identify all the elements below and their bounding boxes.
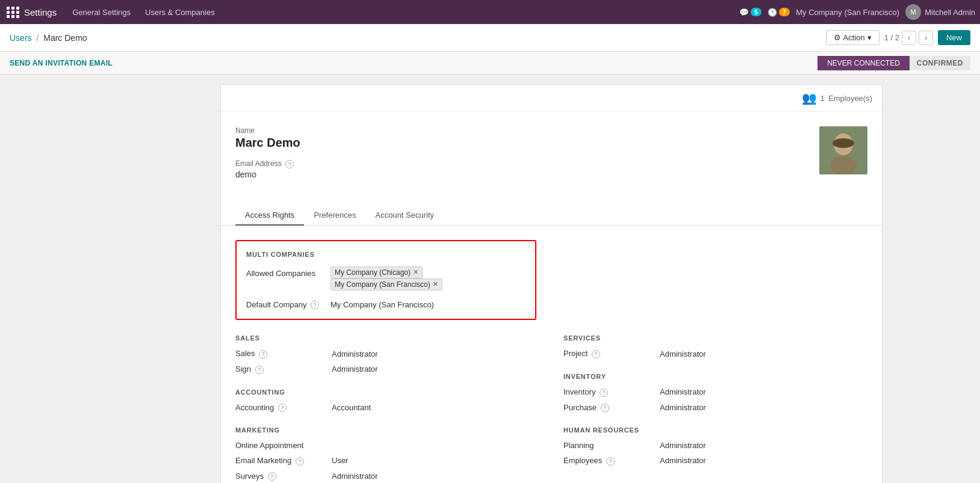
online-appointment-field: Online Appointment — [235, 441, 539, 450]
employees-value: Administrator — [660, 456, 706, 465]
purchase-field: Purchase ? Administrator — [563, 403, 867, 413]
send-invitation-email-button[interactable]: SEND AN INVITATION EMAIL — [10, 59, 113, 67]
sales-label: Sales ? — [235, 349, 332, 358]
accounting-label: Accounting ? — [235, 403, 332, 413]
tab-access-rights[interactable]: Access Rights — [235, 206, 304, 226]
services-title: SERVICES — [563, 334, 867, 342]
surveys-value: Administrator — [332, 472, 378, 481]
surveys-help-icon[interactable]: ? — [268, 472, 276, 481]
nav-users-companies[interactable]: Users & Companies — [139, 5, 221, 19]
form-body: Name Marc Demo Email Address ? demo — [221, 112, 882, 201]
remove-chicago-icon[interactable]: ✕ — [413, 268, 418, 276]
surveys-field: Surveys ? Administrator — [235, 472, 539, 481]
sign-value: Administrator — [332, 365, 378, 374]
email-help-icon[interactable]: ? — [285, 160, 294, 168]
employees-help-icon[interactable]: ? — [606, 457, 615, 466]
allowed-companies-row: Allowed Companies My Company (Chicago) ✕… — [246, 266, 526, 291]
email-marketing-help-icon[interactable]: ? — [296, 457, 304, 466]
never-connected-button[interactable]: NEVER CONNECTED — [817, 56, 910, 70]
new-button[interactable]: New — [938, 30, 970, 45]
app-title: Settings — [24, 7, 57, 17]
apps-menu-icon[interactable] — [5, 4, 22, 20]
sales-title: SALES — [235, 334, 539, 342]
access-rights-columns: SALES Sales ? Administrator Sign — [235, 334, 867, 483]
inventory-section: INVENTORY Inventory ? Administrator — [563, 373, 867, 412]
next-record-button[interactable]: › — [919, 31, 933, 45]
breadcrumb-actions: ⚙ Action ▾ 1 / 2 ‹ › New — [826, 30, 970, 45]
hr-section: HUMAN RESOURCES Planning Administrator E… — [563, 426, 867, 466]
chat-icon: 💬 — [739, 8, 749, 17]
default-company-row: Default Company ? My Company (San Franci… — [246, 298, 526, 310]
employees-label: Employees ? — [563, 456, 660, 466]
clock-icon: 🕐 — [768, 8, 777, 17]
hr-title: HUMAN RESOURCES — [563, 426, 867, 434]
company-tag-sf[interactable]: My Company (San Francisco) ✕ — [330, 278, 442, 291]
project-value: Administrator — [660, 349, 706, 358]
remove-sf-icon[interactable]: ✕ — [433, 280, 438, 288]
project-label: Project ? — [563, 349, 660, 358]
accounting-help-icon[interactable]: ? — [278, 404, 287, 412]
default-company-help-icon[interactable]: ? — [311, 301, 319, 309]
planning-label: Planning — [563, 441, 660, 450]
inventory-label: Inventory ? — [563, 387, 660, 397]
confirmed-status: CONFIRMED — [910, 56, 970, 70]
form-fields: Name Marc Demo Email Address ? demo — [235, 126, 805, 186]
gear-icon: ⚙ — [834, 33, 841, 42]
default-company-label: Default Company ? — [246, 300, 330, 310]
breadcrumb-separator: / — [36, 33, 39, 43]
inventory-field: Inventory ? Administrator — [563, 387, 867, 397]
marketing-section: MARKETING Online Appointment Email Marke… — [235, 426, 539, 481]
avatar-image — [819, 126, 867, 174]
allowed-companies-label: Allowed Companies — [246, 269, 330, 278]
employee-count-number: 1 — [820, 94, 825, 103]
company-tag-chicago[interactable]: My Company (Chicago) ✕ — [330, 266, 423, 278]
breadcrumb-parent[interactable]: Users — [10, 33, 32, 43]
avatar[interactable] — [819, 126, 867, 174]
sign-help-icon[interactable]: ? — [255, 366, 264, 374]
sidebar — [0, 75, 132, 483]
employee-count-button[interactable]: 👥 1 Employee(s) — [802, 91, 872, 105]
activities-badge: 7 — [779, 8, 790, 16]
tab-preferences[interactable]: Preferences — [304, 206, 365, 226]
tab-account-security[interactable]: Account Security — [365, 206, 444, 226]
allowed-companies-value: My Company (Chicago) ✕ My Company (San F… — [330, 266, 526, 291]
activities-button[interactable]: 🕐 7 — [768, 8, 790, 17]
user-name[interactable]: Marc Demo — [235, 136, 805, 150]
admin-menu[interactable]: M Mitchell Admin — [905, 4, 975, 20]
status-area: NEVER CONNECTED CONFIRMED — [817, 56, 970, 70]
nav-general-settings[interactable]: General Settings — [66, 5, 137, 19]
employee-count-label: Employee(s) — [828, 94, 872, 103]
inventory-help-icon[interactable]: ? — [600, 389, 608, 397]
email-marketing-label: Email Marketing ? — [235, 456, 332, 466]
user-email[interactable]: demo — [235, 170, 805, 179]
admin-name: Mitchell Admin — [925, 8, 975, 17]
prev-record-button[interactable]: ‹ — [902, 31, 916, 45]
email-marketing-value: User — [332, 456, 348, 465]
purchase-value: Administrator — [660, 403, 706, 412]
messages-button[interactable]: 💬 5 — [739, 8, 761, 17]
toolbar: SEND AN INVITATION EMAIL NEVER CONNECTED… — [0, 52, 980, 75]
inventory-title: INVENTORY — [563, 373, 867, 380]
multi-companies-section: MULTI COMPANIES Allowed Companies My Com… — [235, 240, 536, 321]
action-label: Action — [843, 33, 865, 42]
accounting-field: Accounting ? Accountant — [235, 403, 539, 413]
company-name[interactable]: My Company (San Francisco) — [796, 8, 899, 17]
accounting-value: Accountant — [332, 403, 371, 412]
chevron-down-icon: ▾ — [867, 33, 872, 42]
top-navigation: Settings General Settings Users & Compan… — [0, 0, 980, 24]
sales-section: SALES Sales ? Administrator Sign — [235, 334, 539, 374]
surveys-label: Surveys ? — [235, 472, 332, 481]
default-company-value: My Company (San Francisco) — [330, 298, 526, 309]
marketing-title: MARKETING — [235, 426, 539, 434]
accounting-title: ACCOUNTING — [235, 389, 539, 396]
sales-help-icon[interactable]: ? — [259, 350, 267, 358]
name-field-row: Name Marc Demo — [235, 126, 805, 150]
inventory-value: Administrator — [660, 387, 706, 396]
purchase-help-icon[interactable]: ? — [601, 404, 609, 412]
action-button[interactable]: ⚙ Action ▾ — [826, 30, 879, 45]
email-marketing-field: Email Marketing ? User — [235, 456, 539, 466]
employee-header: 👥 1 Employee(s) — [221, 85, 882, 112]
svg-point-2 — [830, 156, 857, 174]
project-help-icon[interactable]: ? — [592, 350, 600, 358]
sales-field: Sales ? Administrator — [235, 349, 539, 358]
